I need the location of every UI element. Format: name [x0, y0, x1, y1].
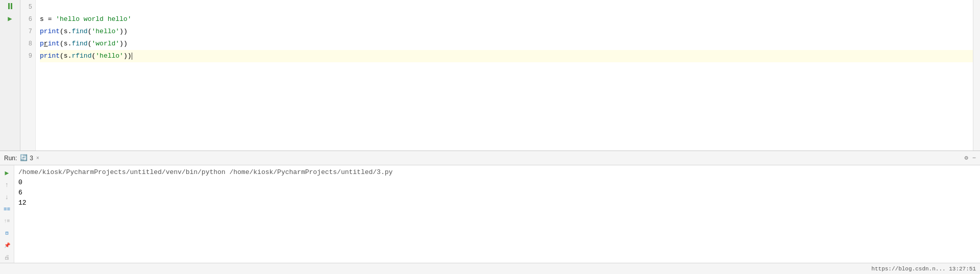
run-up-button[interactable]: ↑ [2, 180, 13, 191]
pause-icon [8, 3, 12, 9]
status-text: https://blog.csdn.n... 13:27:51 [871, 266, 976, 272]
line-numbers: 5 6 7 8 9 [20, 0, 36, 151]
line-num-7: 7 [20, 26, 32, 38]
line-num-9: 9 [20, 50, 32, 62]
code-line-8: print(s.find('world')) [40, 38, 973, 50]
run-play-button[interactable]: ▶ [2, 167, 13, 179]
run-tab-number: 3 [30, 155, 33, 162]
gutter-row-8 [0, 37, 20, 49]
gutter-row-9 [0, 49, 20, 61]
code-line-9: print(s.rfind('hello')) [40, 50, 973, 62]
gear-icon[interactable]: ⚙ [965, 154, 968, 162]
run-split-button[interactable]: ⊟ [2, 228, 13, 239]
run-label: Run: [4, 155, 17, 162]
output-line-3: 12 [18, 198, 976, 208]
run-body: ▶ ↑ ↓ ≡≡ ↑≡ ⊟ 📌 🖨 /home/kiosk/PycharmPro… [0, 165, 980, 263]
gutter-row-7 [0, 24, 20, 37]
code-line-6: s = 'hello world hello' [40, 13, 973, 26]
run-panel: Run: 🔄 3 × ⚙ − ▶ ↑ ↓ ≡≡ ↑≡ ⊟ 📌 🖨 /home/k… [0, 151, 980, 263]
editor-scrollbar[interactable] [973, 0, 980, 151]
code-line-7: print(s.find('hello')) [40, 26, 973, 38]
run-print-button[interactable]: 🖨 [2, 252, 13, 263]
run-down-button[interactable]: ↓ [2, 191, 13, 203]
status-bar: https://blog.csdn.n... 13:27:51 [0, 263, 980, 274]
line-num-6: 6 [20, 13, 32, 26]
code-line-5 [40, 1, 973, 13]
code-editor[interactable]: s = 'hello world hello' print(s.find('he… [36, 0, 973, 151]
minimize-icon[interactable]: − [972, 155, 976, 162]
editor-gutter: ▶ [0, 0, 20, 151]
run-output: /home/kiosk/PycharmProjects/untitled/ven… [14, 165, 980, 263]
run-header-icons: ⚙ − [965, 154, 976, 162]
run-toolbar: ▶ ↑ ↓ ≡≡ ↑≡ ⊟ 📌 🖨 [0, 165, 14, 263]
run-softwrap-button[interactable]: ≡≡ [2, 204, 13, 215]
gutter-row-6: ▶ [0, 12, 20, 24]
gutter-row-5 [0, 0, 20, 12]
output-command-line: /home/kiosk/PycharmProjects/untitled/ven… [18, 167, 976, 178]
run-tab-icon: 🔄 [20, 154, 28, 162]
run-arrow-icon: ▶ [8, 14, 12, 23]
run-tab-close[interactable]: × [36, 155, 39, 161]
output-line-1: 0 [18, 178, 976, 188]
run-header: Run: 🔄 3 × ⚙ − [0, 151, 980, 165]
editor-area: ▶ 5 6 7 8 9 s = 'hello world hello' prin… [0, 0, 980, 151]
line-num-5: 5 [20, 1, 32, 13]
output-line-2: 6 [18, 188, 976, 198]
run-tab-3[interactable]: 🔄 3 × [20, 154, 39, 162]
run-pin-button[interactable]: 📌 [2, 240, 13, 251]
run-scroll-up-button[interactable]: ↑≡ [2, 216, 13, 227]
line-num-8: 8 [20, 38, 32, 50]
